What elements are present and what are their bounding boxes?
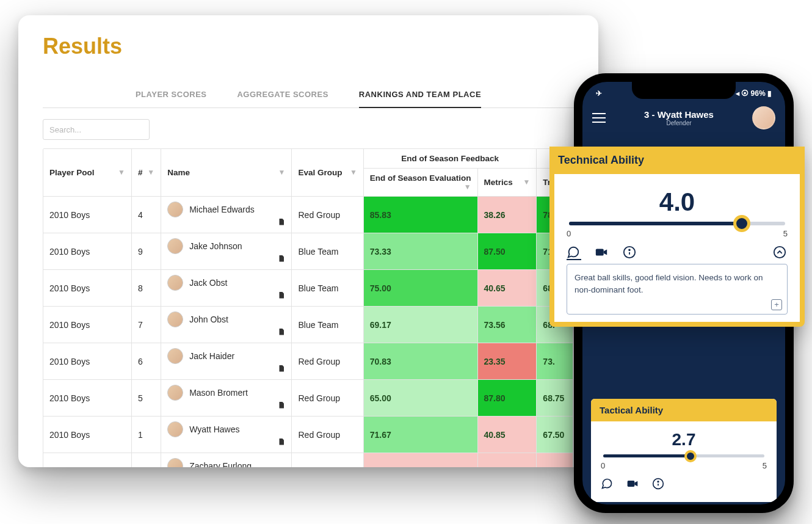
filter-icon[interactable]: ▼ [147, 168, 154, 176]
svg-point-8 [658, 481, 659, 482]
cell-eose: 69.17 [363, 307, 477, 343]
document-icon[interactable] [278, 364, 285, 374]
comment-icon[interactable] [567, 246, 581, 260]
page-title: Results [43, 34, 574, 59]
card-title: Tactical Ability [591, 399, 777, 421]
cell-name: Zachary Furlong [161, 453, 292, 468]
table-row[interactable]: 2010 Boys 5 Mason Bromert Red Group 65.0… [43, 380, 573, 417]
cell-player-pool: 2010 Boys [43, 453, 131, 468]
cell-number: 9 [131, 233, 161, 270]
document-icon[interactable] [278, 437, 285, 448]
video-icon[interactable] [626, 478, 641, 492]
tab-player-scores[interactable]: PLAYER SCORES [136, 90, 207, 101]
status-right: ◂ ⦿ 96% ▮ [736, 89, 772, 98]
filter-icon[interactable]: ▼ [523, 178, 530, 186]
cell-name: Michael Edwards [161, 197, 292, 233]
cell-number: 4 [131, 197, 161, 233]
menu-icon[interactable] [592, 113, 606, 123]
slider-min: 0 [601, 461, 605, 470]
tab-aggregate-scores[interactable]: AGGREGATE SCORES [237, 90, 328, 101]
comment-icon[interactable] [601, 478, 615, 492]
cell-player-pool: 2010 Boys [43, 233, 131, 270]
document-icon[interactable] [278, 291, 285, 301]
cell-eose: 65.00 [363, 380, 477, 417]
comment-text: Great ball skills, good field vision. Ne… [575, 273, 763, 294]
cell-try: 68.75 [537, 380, 573, 417]
cell-eose: 59.17 [363, 453, 477, 468]
info-icon[interactable] [652, 478, 667, 492]
technical-ability-card: Technical Ability 4.0 0 5 G [549, 147, 805, 327]
slider-min: 0 [567, 229, 571, 238]
cell-eval-group: Red Group [292, 417, 363, 453]
table-row[interactable]: 2010 Boys 6 Jack Haider Red Group 70.83 … [43, 343, 573, 380]
table-row[interactable]: 2010 Boys 4 Michael Edwards Red Group 85… [43, 197, 573, 233]
cell-eval-group: Blue Team [292, 233, 363, 270]
cell-metrics: 87.50 [477, 233, 537, 270]
svg-rect-5 [628, 481, 635, 487]
tactical-score: 2.7 [601, 430, 767, 449]
table-row[interactable]: 2010 Boys 8 Jack Obst Blue Team 75.00 40… [43, 270, 573, 307]
cell-eose: 73.33 [363, 233, 477, 270]
cell-name: Jake Johnson [161, 233, 292, 270]
cell-try: 67.50 [537, 417, 573, 453]
avatar [167, 421, 183, 437]
comment-box[interactable]: Great ball skills, good field vision. Ne… [567, 264, 788, 315]
document-icon[interactable] [278, 217, 285, 228]
cell-number: 5 [131, 380, 161, 417]
cell-metrics: 23.35 [477, 343, 537, 380]
avatar [167, 348, 183, 364]
player-role: Defender [614, 120, 744, 126]
cell-number: 1 [131, 417, 161, 453]
collapse-icon[interactable] [773, 246, 788, 260]
filter-icon[interactable]: ▼ [464, 183, 471, 191]
add-comment-icon[interactable]: + [771, 299, 782, 310]
cell-number: 6 [131, 343, 161, 380]
video-icon[interactable] [595, 246, 609, 260]
cell-number: 2 [131, 453, 161, 468]
avatar [167, 311, 183, 327]
cell-number: 8 [131, 270, 161, 307]
filter-icon[interactable]: ▼ [278, 168, 286, 176]
document-icon[interactable] [278, 327, 285, 338]
filter-icon[interactable]: ▼ [350, 168, 357, 176]
phone-notch [632, 82, 736, 99]
svg-point-3 [629, 249, 630, 250]
avatar [167, 238, 183, 254]
cell-name: Wyatt Hawes [161, 417, 292, 453]
info-icon[interactable] [623, 246, 637, 260]
cell-number: 7 [131, 307, 161, 343]
tactical-slider[interactable] [603, 454, 764, 457]
avatar [167, 458, 183, 467]
technical-score: 4.0 [567, 187, 788, 217]
table-row[interactable]: 2010 Boys 9 Jake Johnson Blue Team 73.33… [43, 233, 573, 270]
cell-metrics: 40.85 [477, 417, 537, 453]
status-left: ✈ [596, 89, 602, 98]
tab-rankings[interactable]: RANKINGS AND TEAM PLACE [359, 90, 481, 101]
cell-metrics: 38.26 [477, 197, 537, 233]
cell-eval-group: Red Group [292, 453, 363, 468]
document-icon[interactable] [278, 254, 285, 264]
search-input[interactable] [43, 119, 150, 140]
avatar [167, 275, 183, 291]
cell-eose: 85.83 [363, 197, 477, 233]
filter-icon[interactable]: ▼ [118, 168, 125, 176]
table-row[interactable]: 2010 Boys 2 Zachary Furlong Red Group 59… [43, 453, 573, 468]
col-eval-group: Eval Group [298, 168, 342, 177]
results-panel: Results PLAYER SCORES AGGREGATE SCORES R… [18, 15, 598, 467]
cell-eval-group: Blue Team [292, 270, 363, 307]
cell-eval-group: Red Group [292, 380, 363, 417]
table-row[interactable]: 2010 Boys 7 John Obst Blue Team 69.17 73… [43, 307, 573, 343]
table-row[interactable]: 2010 Boys 1 Wyatt Hawes Red Group 71.67 … [43, 417, 573, 453]
cell-name: Mason Bromert [161, 380, 292, 417]
col-number: # [138, 168, 143, 177]
cell-eose: 71.67 [363, 417, 477, 453]
document-icon[interactable] [278, 401, 285, 411]
avatar[interactable] [752, 106, 775, 129]
col-eose: End of Season Evaluation [370, 173, 471, 183]
results-table: Player Pool▼ #▼ Name▼ Eval Group▼ End of… [43, 148, 574, 467]
technical-slider[interactable] [569, 222, 785, 225]
cell-player-pool: 2010 Boys [43, 270, 131, 307]
cell-try: 62.50 [537, 453, 573, 468]
cell-metrics: 87.80 [477, 380, 537, 417]
avatar [167, 385, 183, 401]
